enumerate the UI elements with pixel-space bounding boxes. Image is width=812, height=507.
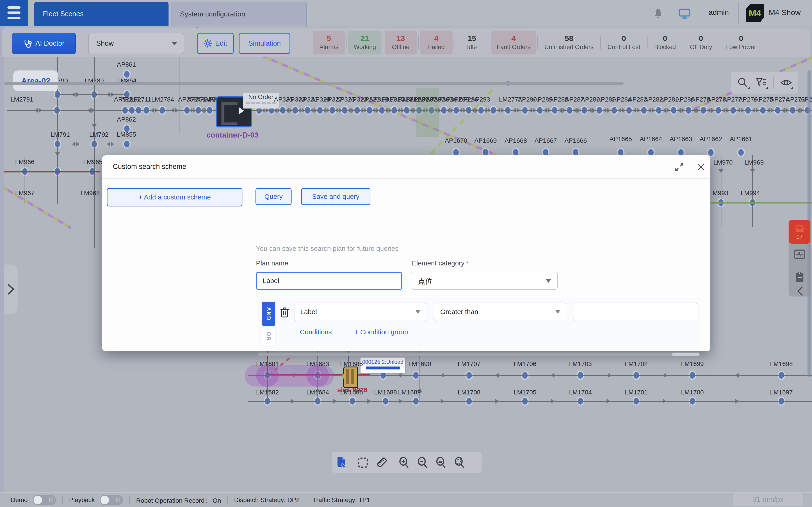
- selected-value: Label: [300, 308, 317, 316]
- map-node-label: LM1708: [458, 389, 480, 396]
- stat-off-duty[interactable]: 0Off Duty: [684, 31, 718, 54]
- map-node-label: LM1681: [256, 360, 279, 368]
- ruler-icon[interactable]: [376, 456, 388, 468]
- stat-value: 5: [327, 34, 331, 43]
- condition-operator-select[interactable]: Greater than: [434, 302, 566, 321]
- modal-right-panel: Query Save and query You can save this s…: [246, 179, 710, 351]
- close-icon[interactable]: [696, 162, 706, 172]
- map-node-label: LM1700: [681, 389, 704, 396]
- plan-name-input[interactable]: Label: [256, 272, 402, 290]
- stat-idle[interactable]: 15Idle: [456, 31, 488, 54]
- modal-horizontal-scrollbar[interactable]: [258, 352, 700, 356]
- stat-divider: [683, 36, 683, 49]
- playback-toggle[interactable]: N: [100, 495, 123, 505]
- edit-button[interactable]: Edit: [197, 33, 234, 54]
- statusbar-divider: [129, 496, 130, 504]
- zoom-in-icon[interactable]: [398, 456, 410, 468]
- map-node-label: LM994: [741, 189, 760, 197]
- map-node-label: LM966: [15, 159, 35, 166]
- simulation-button[interactable]: Simulation: [239, 33, 290, 54]
- stat-alarms[interactable]: 5Alarms: [313, 31, 345, 54]
- canvas-toolbar: [332, 452, 482, 473]
- stat-value: 13: [397, 34, 405, 43]
- right-side-panel: 17: [789, 220, 810, 296]
- or-toggle[interactable]: OR: [262, 327, 275, 346]
- button-label: Simulation: [248, 39, 281, 48]
- show-dropdown[interactable]: Show: [88, 33, 184, 54]
- stat-blocked[interactable]: 0Blocked: [649, 31, 681, 54]
- demo-toggle[interactable]: N: [33, 495, 56, 505]
- draw-pen-icon[interactable]: [336, 456, 347, 468]
- notifications-bell-icon[interactable]: [653, 8, 663, 19]
- robot-sim-0026[interactable]: [343, 367, 358, 388]
- stat-control-lost[interactable]: 0Control Lost: [602, 31, 646, 54]
- bottom-status-bar: Demo N Playback N Robot Operation Record…: [0, 492, 812, 507]
- query-button[interactable]: Query: [255, 188, 292, 205]
- save-and-query-button[interactable]: Save and query: [301, 188, 370, 205]
- stat-label: Working: [354, 43, 376, 51]
- map-node-label: AP347: [205, 96, 223, 103]
- map-node-label: AP1669: [474, 137, 497, 144]
- stat-value: 0: [622, 34, 626, 43]
- zoom-fit-image-icon[interactable]: [435, 456, 447, 468]
- alarm-count-badge: 17: [789, 234, 810, 240]
- stat-offline[interactable]: 13Offline: [385, 31, 417, 54]
- stat-label: Off Duty: [690, 43, 712, 51]
- select-region-icon[interactable]: [357, 456, 369, 468]
- stat-low-power[interactable]: 0Low Power: [720, 31, 762, 54]
- stat-unfinished-orders[interactable]: 58Unfinished Orders: [539, 31, 599, 54]
- add-conditions-link[interactable]: + Conditions: [294, 328, 332, 336]
- statusbar-divider: [227, 496, 228, 504]
- element-category-select[interactable]: 点位: [412, 272, 558, 290]
- toolbar-scrollbar[interactable]: [4, 82, 624, 84]
- expand-icon[interactable]: [674, 162, 684, 172]
- stat-label: Idle: [467, 43, 477, 51]
- selected-value: Show: [96, 39, 114, 48]
- user-name[interactable]: admin: [709, 8, 729, 17]
- map-node-label: LM968: [81, 189, 100, 197]
- map-node-label: LM1701: [625, 389, 648, 396]
- plan-name-label: Plan name: [256, 259, 288, 267]
- tab-fleet-scenes[interactable]: Fleet Scenes: [34, 2, 168, 26]
- and-toggle[interactable]: AND: [262, 302, 275, 326]
- alarm-siren-button[interactable]: 17: [789, 220, 810, 244]
- toggle-label: AND: [265, 307, 272, 321]
- clipboard-icon[interactable]: [794, 271, 805, 283]
- delete-condition-icon[interactable]: [280, 306, 290, 318]
- zoom-to-selection-icon[interactable]: [454, 456, 465, 468]
- monitor-pulse-icon[interactable]: [794, 249, 805, 259]
- tab-system-configuration[interactable]: System configuration: [171, 2, 307, 26]
- condition-field-select[interactable]: Label: [294, 302, 426, 321]
- stat-working[interactable]: 21Working: [348, 31, 382, 54]
- stat-label: Blocked: [654, 43, 676, 51]
- button-label: AI Doctor: [35, 39, 64, 48]
- map-node: [618, 149, 623, 156]
- robot-tooltip-no-order: No Order: [243, 93, 279, 109]
- monitor-icon[interactable]: [678, 9, 690, 19]
- map-node: [543, 149, 548, 156]
- map-node-label: AP1665: [609, 135, 632, 143]
- stat-value: 15: [468, 34, 476, 43]
- zoom-out-icon[interactable]: [417, 456, 428, 468]
- map-node-label: LM1698: [770, 360, 793, 368]
- map-node-label: LM1682: [256, 389, 279, 396]
- stat-fault-orders[interactable]: 4Fault Orders: [491, 31, 536, 54]
- filter-icon[interactable]: [755, 77, 767, 89]
- tooltip-progress-bar: [366, 367, 400, 370]
- ai-doctor-button[interactable]: AI Doctor: [12, 33, 76, 54]
- map-node-label: LM1705: [513, 389, 536, 396]
- statusbar-divider: [306, 496, 306, 504]
- search-icon[interactable]: [737, 77, 749, 89]
- toggle-state: N: [116, 496, 120, 503]
- collapse-chevron-icon[interactable]: [796, 286, 804, 296]
- stat-failed[interactable]: 4Failed: [420, 31, 453, 54]
- left-panel-expander[interactable]: [4, 265, 17, 314]
- hamburger-menu-button[interactable]: [0, 0, 29, 26]
- add-condition-group-link[interactable]: + Condition group: [354, 328, 408, 336]
- stat-label: Alarms: [319, 43, 339, 51]
- condition-value-input[interactable]: [573, 302, 697, 321]
- main-toolbar: AI Doctor Show Edit Simulation 5Alarms21…: [2, 29, 810, 57]
- visibility-eye-icon[interactable]: [780, 77, 792, 89]
- add-custom-scheme-button[interactable]: + Add a custom scheme: [107, 188, 243, 207]
- map-road: [248, 401, 812, 402]
